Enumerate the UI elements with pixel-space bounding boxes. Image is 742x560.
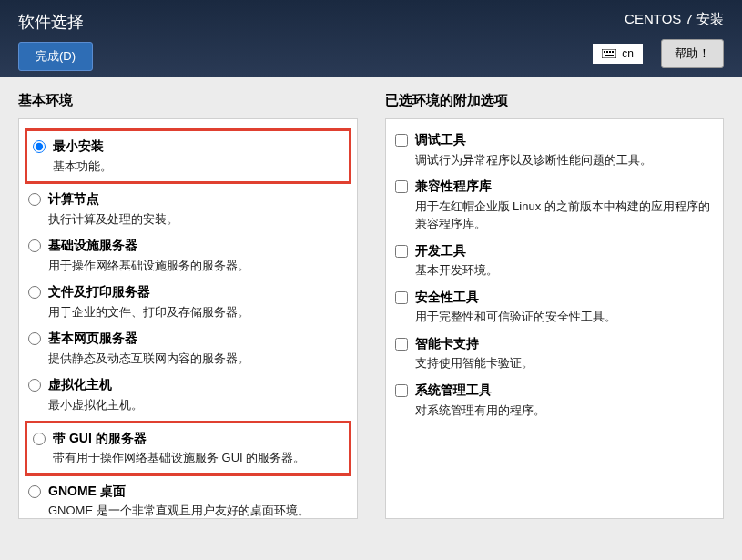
highlight-gui-server: 带 GUI 的服务器 带有用于操作网络基础设施服务 GUI 的服务器。: [25, 421, 351, 476]
env-option-infra[interactable]: 基础设施服务器 用于操作网络基础设施服务的服务器。: [25, 232, 351, 279]
addons-list[interactable]: 调试工具 调试行为异常程序以及诊断性能问题的工具。 兼容性程序库 用于在红帽企业…: [385, 118, 725, 519]
svg-rect-3: [609, 51, 611, 53]
env-radio[interactable]: [28, 193, 41, 206]
addon-option-debug[interactable]: 调试工具 调试行为异常程序以及诊断性能问题的工具。: [391, 127, 718, 173]
addon-desc: 对系统管理有用的程序。: [415, 402, 715, 420]
env-option-virt[interactable]: 虚拟化主机 最小虚拟化主机。: [25, 372, 351, 418]
addon-desc: 支持使用智能卡验证。: [415, 354, 715, 372]
base-environment-panel: 基本环境 最小安装 基本功能。 计算节点 执行计算及处理的安装。: [18, 92, 358, 545]
env-option-fileprint[interactable]: 文件及打印服务器 用于企业的文件、打印及存储服务器。: [25, 279, 351, 325]
env-desc: 基本功能。: [53, 158, 343, 176]
addon-option-compat[interactable]: 兼容性程序库 用于在红帽企业版 Linux 的之前版本中构建的应用程序的兼容程序…: [391, 173, 718, 238]
env-label: 文件及打印服务器: [48, 283, 348, 301]
addon-label: 系统管理工具: [415, 382, 715, 400]
env-radio[interactable]: [28, 286, 41, 299]
env-option-minimal[interactable]: 最小安装 基本功能。: [29, 133, 347, 179]
env-option-gui-server[interactable]: 带 GUI 的服务器 带有用于操作网络基础设施服务 GUI 的服务器。: [29, 425, 347, 472]
env-radio[interactable]: [28, 379, 41, 392]
env-label: 基本网页服务器: [48, 330, 348, 348]
svg-rect-0: [602, 49, 616, 58]
addon-option-dev[interactable]: 开发工具 基本开发环境。: [391, 238, 718, 284]
env-desc: GNOME 是一个非常直观且用户友好的桌面环境。: [48, 502, 348, 519]
addon-option-security[interactable]: 安全性工具 用于完整性和可信验证的安全性工具。: [391, 284, 718, 331]
base-env-title: 基本环境: [18, 92, 358, 109]
env-label: 虚拟化主机: [48, 376, 348, 394]
env-desc: 最小虚拟化主机。: [48, 396, 348, 414]
addon-option-smartcard[interactable]: 智能卡支持 支持使用智能卡验证。: [391, 331, 718, 377]
env-label: 带 GUI 的服务器: [53, 430, 343, 448]
header-right: CENTOS 7 安装 cn 帮助！: [593, 11, 724, 68]
env-option-gnome[interactable]: GNOME 桌面 GNOME 是一个非常直观且用户友好的桌面环境。: [25, 478, 351, 519]
base-env-list[interactable]: 最小安装 基本功能。 计算节点 执行计算及处理的安装。 基础设施服务器 用于操作…: [18, 118, 358, 519]
highlight-minimal: 最小安装 基本功能。: [25, 128, 351, 184]
env-label: 最小安装: [53, 137, 343, 156]
addon-desc: 调试行为异常程序以及诊断性能问题的工具。: [415, 151, 715, 169]
addon-label: 调试工具: [415, 131, 715, 149]
svg-rect-5: [605, 55, 614, 56]
addons-title: 已选环境的附加选项: [385, 92, 725, 109]
addons-panel: 已选环境的附加选项 调试工具 调试行为异常程序以及诊断性能问题的工具。 兼容性程…: [385, 92, 725, 545]
env-radio[interactable]: [33, 140, 46, 153]
env-option-web[interactable]: 基本网页服务器 提供静态及动态互联网内容的服务器。: [25, 325, 351, 372]
install-title: CENTOS 7 安装: [593, 11, 724, 28]
env-label: 基础设施服务器: [48, 237, 348, 255]
addon-label: 智能卡支持: [415, 335, 715, 353]
addon-desc: 基本开发环境。: [415, 261, 715, 280]
env-option-compute[interactable]: 计算节点 执行计算及处理的安装。: [25, 186, 351, 232]
done-button[interactable]: 完成(D): [18, 42, 93, 71]
env-radio[interactable]: [33, 433, 46, 445]
env-label: 计算节点: [48, 190, 348, 209]
keyboard-layout-text: cn: [622, 47, 634, 60]
env-desc: 执行计算及处理的安装。: [48, 210, 348, 229]
svg-rect-1: [604, 51, 605, 53]
addon-label: 兼容性程序库: [415, 178, 715, 196]
env-desc: 带有用于操作网络基础设施服务 GUI 的服务器。: [53, 449, 343, 467]
env-radio[interactable]: [28, 485, 41, 498]
addon-checkbox[interactable]: [395, 134, 408, 147]
addon-checkbox[interactable]: [395, 384, 408, 397]
env-desc: 用于企业的文件、打印及存储服务器。: [48, 303, 348, 321]
env-desc: 提供静态及动态互联网内容的服务器。: [48, 350, 348, 368]
addon-label: 开发工具: [415, 242, 715, 260]
addon-checkbox[interactable]: [395, 291, 408, 304]
env-label: GNOME 桌面: [48, 483, 348, 501]
help-button[interactable]: 帮助！: [661, 39, 724, 68]
keyboard-icon: [602, 49, 616, 58]
env-radio[interactable]: [28, 239, 41, 252]
content-area: 基本环境 最小安装 基本功能。 计算节点 执行计算及处理的安装。: [0, 77, 742, 560]
svg-rect-4: [612, 51, 614, 53]
installer-header: 软件选择 完成(D) CENTOS 7 安装 cn 帮助！: [0, 0, 742, 77]
addon-checkbox[interactable]: [395, 338, 408, 351]
keyboard-layout-indicator[interactable]: cn: [593, 44, 643, 64]
addon-label: 安全性工具: [415, 289, 715, 307]
addon-desc: 用于完整性和可信验证的安全性工具。: [415, 308, 715, 326]
env-desc: 用于操作网络基础设施服务的服务器。: [48, 257, 348, 275]
addon-checkbox[interactable]: [395, 245, 408, 258]
env-radio[interactable]: [28, 332, 41, 345]
addon-checkbox[interactable]: [395, 180, 408, 193]
addon-option-sysadmin[interactable]: 系统管理工具 对系统管理有用的程序。: [391, 377, 718, 423]
addon-desc: 用于在红帽企业版 Linux 的之前版本中构建的应用程序的兼容程序库。: [415, 198, 715, 233]
svg-rect-2: [606, 51, 608, 53]
